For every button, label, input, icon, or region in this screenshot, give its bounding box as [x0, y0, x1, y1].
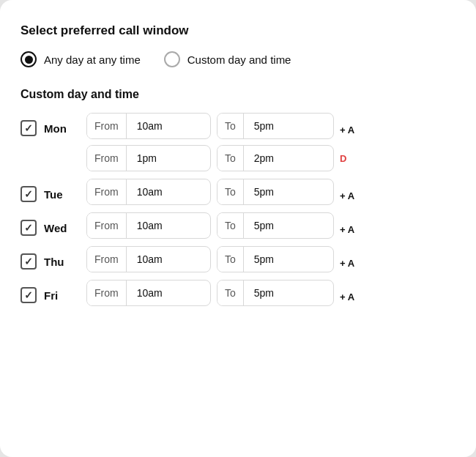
day-checkbox-area-tue: Tue	[21, 179, 86, 202]
day-checkbox-area-wed: Wed	[21, 212, 86, 236]
to-label-mon-1: To	[217, 146, 244, 171]
checkbox-wed[interactable]	[21, 220, 37, 236]
time-row-tue-0: From 10am To 5pm + A	[86, 179, 455, 205]
add-btn-fri-0[interactable]: + A	[340, 284, 354, 302]
custom-section-title: Custom day and time	[21, 88, 455, 101]
to-field-mon-1[interactable]: To 2pm	[217, 145, 334, 171]
time-slots-mon: From 10am To 5pm + A From 1pm To 2pm	[86, 113, 455, 171]
time-slots-tue: From 10am To 5pm + A	[86, 179, 455, 205]
day-row-mon: Mon From 10am To 5pm + A From 1pm	[21, 113, 455, 171]
day-row-fri: Fri From 10am To 5pm + A	[21, 280, 455, 306]
time-row-fri-0: From 10am To 5pm + A	[86, 280, 455, 306]
from-field-tue-0[interactable]: From 10am	[86, 179, 211, 205]
from-field-wed-0[interactable]: From 10am	[86, 212, 211, 239]
from-value-fri-0[interactable]: 10am	[127, 280, 173, 305]
day-label-tue: Tue	[44, 188, 70, 201]
checkbox-mon[interactable]	[21, 120, 37, 136]
from-field-thu-0[interactable]: From 10am	[86, 246, 211, 272]
to-field-tue-0[interactable]: To 5pm	[217, 179, 334, 205]
time-slots-fri: From 10am To 5pm + A	[86, 280, 455, 306]
day-label-thu: Thu	[44, 256, 70, 268]
to-value-mon-0[interactable]: 5pm	[244, 114, 284, 138]
add-btn-mon-0[interactable]: + A	[340, 117, 354, 135]
to-field-wed-0[interactable]: To 5pm	[217, 212, 334, 239]
radio-any-day-label: Any day at any time	[44, 53, 141, 66]
time-row-mon-0: From 10am To 5pm + A	[86, 113, 455, 139]
to-label-fri-0: To	[217, 280, 244, 305]
radio-custom[interactable]: Custom day and time	[164, 51, 291, 67]
radio-group: Any day at any time Custom day and time	[21, 51, 455, 67]
checkbox-thu[interactable]	[21, 253, 37, 270]
to-value-wed-0[interactable]: 5pm	[244, 213, 284, 238]
add-btn-tue-0[interactable]: + A	[340, 183, 354, 201]
to-field-fri-0[interactable]: To 5pm	[217, 280, 334, 306]
day-label-wed: Wed	[44, 222, 70, 234]
from-label-wed-0: From	[87, 213, 127, 238]
add-btn-thu-0[interactable]: + A	[340, 250, 354, 269]
card: Select preferred call window Any day at …	[0, 0, 476, 457]
add-btn-wed-0[interactable]: + A	[340, 217, 354, 235]
to-label-wed-0: To	[217, 213, 244, 238]
to-value-mon-1[interactable]: 2pm	[244, 146, 284, 171]
radio-custom-label: Custom day and time	[187, 53, 291, 66]
checkbox-tue[interactable]	[21, 186, 37, 202]
to-value-tue-0[interactable]: 5pm	[244, 179, 284, 204]
day-checkbox-area-mon: Mon	[21, 113, 86, 136]
from-label-fri-0: From	[87, 280, 127, 305]
day-row-wed: Wed From 10am To 5pm + A	[21, 212, 455, 239]
to-value-fri-0[interactable]: 5pm	[244, 280, 284, 305]
time-row-thu-0: From 10am To 5pm + A	[86, 246, 455, 272]
from-value-mon-1[interactable]: 1pm	[127, 146, 167, 171]
time-slots-thu: From 10am To 5pm + A	[86, 246, 455, 272]
time-row-mon-1: From 1pm To 2pm D	[86, 145, 455, 171]
checkbox-fri[interactable]	[21, 287, 37, 303]
radio-custom-circle[interactable]	[164, 51, 180, 67]
from-field-fri-0[interactable]: From 10am	[86, 280, 211, 306]
day-checkbox-area-fri: Fri	[21, 280, 86, 303]
from-field-mon-1[interactable]: From 1pm	[86, 145, 211, 171]
day-label-mon: Mon	[44, 122, 70, 135]
day-row-tue: Tue From 10am To 5pm + A	[21, 179, 455, 205]
to-field-mon-0[interactable]: To 5pm	[217, 113, 334, 139]
to-label-thu-0: To	[217, 247, 244, 272]
from-label-mon-0: From	[87, 114, 127, 138]
delete-btn-mon-1[interactable]: D	[340, 153, 346, 164]
to-field-thu-0[interactable]: To 5pm	[217, 246, 334, 272]
time-row-wed-0: From 10am To 5pm + A	[86, 212, 455, 239]
from-label-mon-1: From	[87, 146, 127, 171]
radio-any-day-circle[interactable]	[21, 51, 37, 67]
from-label-thu-0: From	[87, 247, 127, 272]
from-value-mon-0[interactable]: 10am	[127, 114, 173, 138]
from-value-thu-0[interactable]: 10am	[127, 247, 173, 272]
to-value-thu-0[interactable]: 5pm	[244, 247, 284, 272]
from-value-wed-0[interactable]: 10am	[127, 213, 173, 238]
from-label-tue-0: From	[87, 179, 127, 204]
main-title: Select preferred call window	[21, 23, 455, 38]
time-slots-wed: From 10am To 5pm + A	[86, 212, 455, 239]
from-field-mon-0[interactable]: From 10am	[86, 113, 211, 139]
radio-any-day[interactable]: Any day at any time	[21, 51, 141, 67]
to-label-mon-0: To	[217, 114, 244, 138]
day-checkbox-area-thu: Thu	[21, 246, 86, 270]
day-row-thu: Thu From 10am To 5pm + A	[21, 246, 455, 272]
to-label-tue-0: To	[217, 179, 244, 204]
day-label-fri: Fri	[44, 289, 70, 302]
from-value-tue-0[interactable]: 10am	[127, 179, 173, 204]
